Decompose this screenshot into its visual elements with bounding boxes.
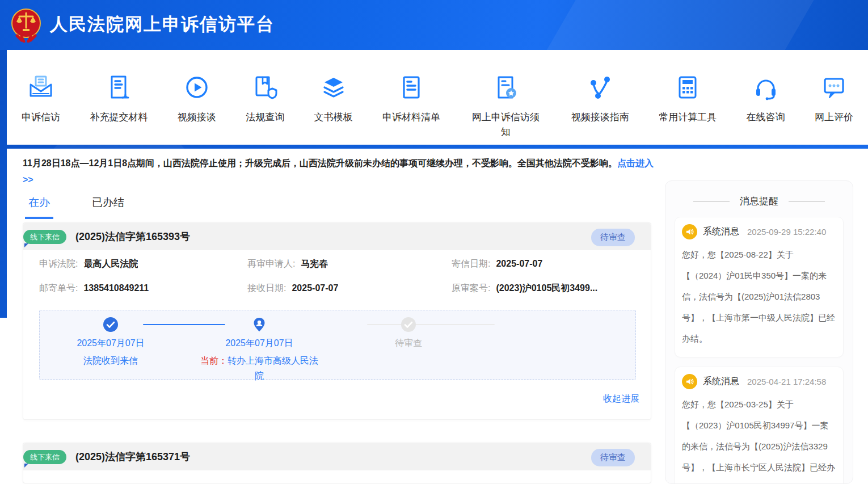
timeline-label: 当前：转办上海市高级人民法院	[200, 353, 319, 384]
current-prefix: 当前：	[200, 356, 227, 365]
case-header: 线下来信 (2025)法信字第165393号 待审查	[23, 223, 651, 250]
speaker-icon	[682, 224, 697, 239]
message-panel: 消息提醒 系统消息 2025-09-29 15:22:40 您好，您【2025-…	[665, 180, 853, 484]
nav-item-video-guide[interactable]: 视频接谈指南	[571, 50, 629, 145]
timeline-label: 待审查	[338, 338, 479, 350]
nav-label: 文书模板	[314, 110, 353, 125]
message-body: 您好，您【2025-03-25】关于【（2023）沪0105民初34997号】一…	[675, 392, 843, 484]
nav-item-video-interview[interactable]: 视频接谈	[178, 50, 216, 145]
page: 人民法院网上申诉信访平台 申诉信访 补充提交材料 视频接谈	[0, 0, 868, 484]
timeline-connector-done	[143, 324, 225, 325]
video-play-icon	[183, 74, 210, 101]
message-item[interactable]: 系统消息 2025-09-29 15:22:40 您好，您【2025-08-22…	[675, 217, 844, 357]
case-card[interactable]: 线下来信 (2025)法信字第165393号 待审查 申诉法院: 最高人民法院 …	[23, 222, 651, 420]
check-circle-gray-icon	[401, 317, 416, 332]
message-time: 2025-09-29 15:22:40	[747, 227, 826, 237]
location-pin-icon	[252, 317, 267, 332]
nav-item-law-search[interactable]: 法规查询	[246, 50, 284, 145]
message-time: 2025-04-21 17:24:58	[747, 377, 826, 386]
page-title: 人民法院网上申诉信访平台	[50, 12, 275, 36]
collapse-progress-link[interactable]: 收起进展	[603, 393, 639, 405]
nav-label: 申诉信访	[22, 110, 60, 125]
system-notice: 11月28日18点—12月1日8点期间，山西法院停止使用；升级完成后，山西法院升…	[23, 155, 657, 188]
field-tracking-number: 邮寄单号: 1385410849211	[39, 283, 247, 294]
main-content: 11月28日18点—12月1日8点期间，山西法院停止使用；升级完成后，山西法院升…	[7, 149, 868, 484]
case-tabs: 在办 已办结	[25, 193, 128, 219]
doc-star-icon	[492, 74, 519, 101]
nav-label: 常用计算工具	[659, 110, 717, 125]
message-panel-title: 消息提醒	[740, 195, 778, 208]
speaker-icon	[682, 374, 697, 389]
timeline-date: 2025年07月07日	[188, 338, 330, 350]
notice-text: 11月28日18点—12月1日8点期间，山西法院停止使用；升级完成后，山西法院升…	[23, 158, 617, 168]
nav-item-petition[interactable]: 申诉信访	[22, 50, 60, 145]
dash-decoration	[789, 201, 825, 202]
field-retrial-applicant: 再审申请人: 马宪春	[247, 258, 452, 270]
tab-in-progress[interactable]: 在办	[25, 193, 53, 219]
nav-item-online-consult[interactable]: 在线咨询	[747, 50, 785, 145]
message-header: 系统消息 2025-04-21 17:24:58	[675, 367, 843, 392]
doc-list-icon	[398, 74, 425, 101]
message-source: 系统消息	[703, 376, 739, 388]
nav-item-calc-tools[interactable]: 常用计算工具	[659, 50, 717, 145]
nav-label: 法规查询	[246, 110, 284, 125]
petition-mail-icon	[27, 74, 54, 101]
field-petition-court: 申诉法院: 最高人民法院	[39, 258, 247, 270]
case-number: (2025)法信字第165371号	[75, 450, 190, 464]
case-number: (2025)法信字第165393号	[75, 230, 190, 243]
nav-item-doc-template[interactable]: 文书模板	[314, 50, 353, 145]
message-header: 系统消息 2025-09-29 15:22:40	[675, 217, 843, 242]
dash-decoration	[693, 201, 730, 202]
nav-item-supplement-material[interactable]: 补充提交材料	[90, 50, 148, 145]
current-label: 转办上海市高级人民法院	[227, 356, 318, 381]
tab-completed[interactable]: 已办结	[89, 193, 128, 219]
timeline-date: 2025年07月07日	[40, 338, 182, 350]
message-body: 您好，您【2025-08-22】关于【（2024）沪01民申350号】一案的来信…	[675, 242, 843, 357]
law-book-icon	[251, 74, 279, 101]
timeline-label: 法院收到来信	[40, 353, 182, 368]
nav-label: 视频接谈指南	[571, 110, 629, 125]
nav-bar: 申诉信访 补充提交材料 视频接谈 法规查询	[7, 50, 868, 145]
calculator-icon	[674, 74, 701, 101]
headset-icon	[752, 74, 779, 101]
nav-label: 视频接谈	[178, 110, 216, 125]
message-panel-header: 消息提醒	[675, 195, 844, 208]
layers-icon	[320, 74, 347, 101]
field-receive-date: 接收日期: 2025-07-07	[247, 283, 452, 294]
nav-item-online-review[interactable]: 网上评价	[815, 50, 853, 145]
check-circle-icon	[103, 317, 118, 332]
field-original-case-no: 原审案号: (2023)沪0105民初3499...	[452, 283, 641, 294]
message-source: 系统消息	[703, 226, 739, 238]
progress-timeline: 2025年07月07日 法院收到来信 2025年07月07日 当前：转办上海市高…	[39, 310, 636, 380]
case-header: 线下来信 (2025)法信字第165371号 待审查	[23, 443, 651, 470]
case-card[interactable]: 线下来信 (2025)法信字第165371号 待审查	[23, 443, 651, 483]
message-item[interactable]: 系统消息 2025-04-21 17:24:58 您好，您【2025-03-25…	[675, 367, 844, 484]
offline-letter-badge: 线下来信	[23, 450, 66, 464]
status-badge: 待审查	[591, 229, 635, 246]
field-mail-date: 寄信日期: 2025-07-07	[452, 258, 641, 270]
nav-label: 申诉材料清单	[382, 110, 440, 125]
case-fields: 申诉法院: 最高人民法院 再审申请人: 马宪春 寄信日期: 2025-07-07…	[39, 258, 641, 294]
nav-label: 网上评价	[815, 110, 853, 125]
timeline-connector-pending	[367, 324, 495, 325]
supplement-doc-icon	[105, 74, 132, 101]
offline-letter-badge: 线下来信	[23, 230, 66, 244]
comment-icon	[820, 74, 848, 101]
app-header: 人民法院网上申诉信访平台	[0, 0, 868, 50]
court-emblem-logo	[9, 7, 43, 43]
branch-icon	[587, 74, 614, 101]
nav-label: 补充提交材料	[90, 110, 148, 125]
nav-label: 在线咨询	[747, 110, 785, 125]
nav-item-material-list[interactable]: 申诉材料清单	[382, 50, 440, 145]
nav-item-petition-notice[interactable]: 网上申诉信访须知	[470, 50, 541, 145]
nav-label: 网上申诉信访须知	[470, 110, 541, 140]
status-badge: 待审查	[591, 449, 635, 466]
